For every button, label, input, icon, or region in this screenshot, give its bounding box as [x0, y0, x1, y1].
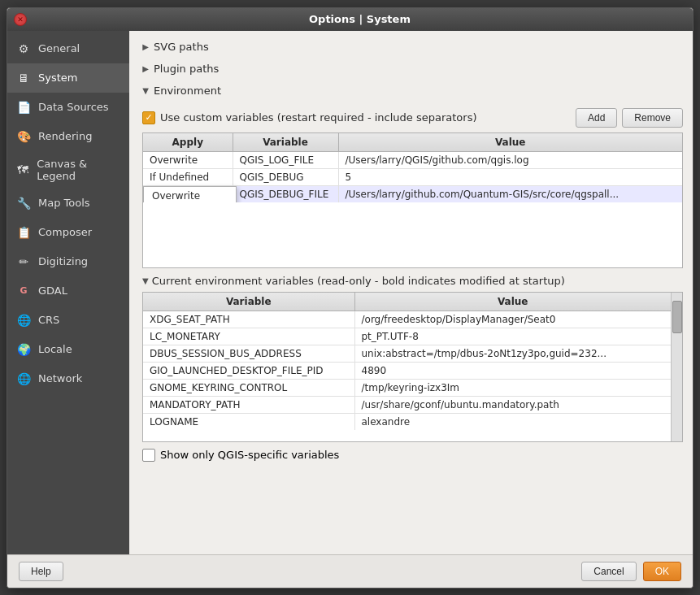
cur-var-0: XDG_SEAT_PATH	[143, 311, 354, 328]
table-row[interactable]: If Undefined QGIS_DEBUG 5	[143, 168, 682, 185]
tree-arrow-svg: ▶	[141, 41, 150, 51]
value-cell-1: 5	[338, 168, 682, 185]
rendering-icon: 🎨	[15, 128, 32, 145]
current-env-scrollbar[interactable]	[671, 293, 682, 441]
sidebar-item-map-tools[interactable]: 🔧 Map Tools	[7, 189, 129, 218]
tree-arrow-plugin: ▶	[141, 63, 150, 73]
sidebar-item-general[interactable]: ⚙ General	[7, 34, 129, 63]
current-env-arrow: ▼	[142, 276, 149, 285]
value-cell-0: /Users/larry/QGIS/github.com/qgis.log	[338, 151, 682, 168]
env-checkbox-label[interactable]: Use custom variables (restart required -…	[142, 111, 477, 124]
titlebar: Options | System	[7, 8, 693, 31]
sidebar-label-data-sources: Data Sources	[38, 101, 109, 113]
main-content: ⚙ General 🖥 System 📄 Data Sources 🎨 Rend…	[7, 31, 693, 554]
sidebar-label-digitizing: Digitizing	[38, 255, 88, 267]
env-table-scroll: Apply Variable Value Overwrite	[143, 133, 682, 202]
cur-table-row: GIO_LAUNCHED_DESKTOP_FILE_PID 4890	[143, 362, 671, 379]
cur-val-6: alexandre	[354, 413, 671, 430]
footer-right: Cancel OK	[581, 562, 681, 581]
sidebar-item-system[interactable]: 🖥 System	[7, 63, 129, 93]
show-only-label: Show only QGIS-specific variables	[160, 449, 339, 461]
remove-button[interactable]: Remove	[622, 108, 683, 128]
sidebar-item-data-sources[interactable]: 📄 Data Sources	[7, 93, 129, 122]
cur-col-var: Variable	[143, 293, 354, 311]
cur-var-6: LOGNAME	[143, 413, 354, 430]
sidebar-label-canvas: Canvas & Legend	[37, 158, 121, 182]
env-table-with-scroll: Apply Variable Value Overwrite	[143, 133, 682, 202]
network-icon: 🌐	[15, 371, 32, 387]
help-button[interactable]: Help	[19, 562, 63, 581]
main-window: Options | System ⚙ General 🖥 System 📄 Da…	[7, 7, 693, 588]
cur-table-row: LC_MONETARY pt_PT.UTF-8	[143, 328, 671, 345]
apply-cell-1[interactable]: If Undefined	[143, 168, 233, 185]
sidebar-label-rendering: Rendering	[38, 130, 92, 142]
tree-item-plugin-paths[interactable]: ▶ Plugin paths	[139, 59, 683, 78]
ok-button[interactable]: OK	[643, 562, 681, 581]
system-icon: 🖥	[15, 70, 32, 86]
window-title: Options | System	[33, 13, 686, 25]
apply-value-0: Overwrite	[150, 154, 198, 166]
cur-val-0: /org/freedesktop/DisplayManager/Seat0	[354, 311, 671, 328]
cur-col-val: Value	[354, 293, 671, 311]
canvas-icon: 🗺	[15, 162, 30, 178]
cur-val-2: unix:abstract=/tmp/dbus-2oNt1zy3po,guid=…	[354, 345, 671, 362]
table-row[interactable]: Overwrite QGIS_LOG_FILE /Users/larry/QGI…	[143, 151, 682, 168]
cur-table-row: MANDATORY_PATH /usr/share/gconf/ubuntu.m…	[143, 396, 671, 413]
apply-cell-0[interactable]: Overwrite	[143, 151, 233, 168]
env-checkbox-text: Use custom variables (restart required -…	[160, 111, 477, 124]
current-env-table-container: Variable Value XDG_SEAT_PATH /org/freede…	[142, 292, 683, 442]
var-cell-0: QGIS_LOG_FILE	[233, 151, 338, 168]
env-header: Use custom variables (restart required -…	[142, 108, 683, 128]
sidebar-label-map-tools: Map Tools	[38, 197, 90, 209]
table-row[interactable]: Unset Overwrite If Undefined Unset Prepe…	[143, 185, 682, 202]
sidebar-item-digitizing[interactable]: ✏ Digitizing	[7, 247, 129, 276]
locale-icon: 🌍	[15, 341, 32, 358]
sidebar-item-rendering[interactable]: 🎨 Rendering	[7, 122, 129, 151]
data-sources-icon: 📄	[15, 99, 32, 115]
col-header-variable: Variable	[233, 133, 338, 152]
env-checkbox[interactable]	[142, 111, 155, 124]
cur-table-row: DBUS_SESSION_BUS_ADDRESS unix:abstract=/…	[143, 345, 671, 362]
cur-table-row: LOGNAME alexandre	[143, 413, 671, 430]
cur-val-1: pt_PT.UTF-8	[354, 328, 671, 345]
cancel-button[interactable]: Cancel	[581, 562, 636, 581]
env-table-container: Apply Variable Value Overwrite	[142, 132, 683, 268]
digitizing-icon: ✏	[15, 254, 32, 270]
apply-cell-2[interactable]: Unset Overwrite If Undefined Unset Prepe…	[143, 185, 233, 202]
tree-arrow-env: ▼	[141, 85, 150, 95]
environment-section: Use custom variables (restart required -…	[142, 103, 683, 462]
map-tools-icon: 🔧	[15, 195, 32, 211]
tree-item-svg-paths[interactable]: ▶ SVG paths	[139, 37, 683, 56]
sidebar-label-network: Network	[38, 372, 82, 384]
cur-table-row: XDG_SEAT_PATH /org/freedesktop/DisplayMa…	[143, 311, 671, 328]
sidebar-label-locale: Locale	[38, 343, 72, 355]
col-header-value: Value	[338, 133, 682, 152]
apply-dropdown[interactable]: Overwrite If Undefined Unset Prepend App…	[143, 186, 237, 202]
close-button[interactable]	[14, 13, 27, 26]
table-empty-space	[143, 202, 682, 267]
current-env-label: Current environment variables (read-only…	[152, 275, 565, 287]
sidebar-label-composer: Composer	[38, 226, 92, 238]
current-env-section-header[interactable]: ▼ Current environment variables (read-on…	[142, 273, 683, 289]
cur-val-5: /usr/share/gconf/ubuntu.mandatory.path	[354, 396, 671, 413]
cur-var-4: GNOME_KEYRING_CONTROL	[143, 379, 354, 396]
crs-icon: 🌐	[15, 312, 32, 328]
value-cell-2: /Users/larry/github.com/Quantum-GIS/src/…	[338, 185, 682, 202]
sidebar-label-general: General	[38, 42, 80, 54]
add-button[interactable]: Add	[576, 108, 617, 128]
sidebar-item-crs[interactable]: 🌐 CRS	[7, 306, 129, 335]
cur-var-5: MANDATORY_PATH	[143, 396, 354, 413]
cur-var-2: DBUS_SESSION_BUS_ADDRESS	[143, 345, 354, 362]
sidebar-item-composer[interactable]: 📋 Composer	[7, 218, 129, 247]
show-only-checkbox[interactable]	[142, 449, 155, 462]
sidebar-item-gdal[interactable]: G GDAL	[7, 276, 129, 306]
scrollbar-thumb[interactable]	[672, 301, 682, 333]
sidebar-item-canvas-legend[interactable]: 🗺 Canvas & Legend	[7, 151, 129, 189]
general-icon: ⚙	[15, 41, 32, 57]
sidebar-label-system: System	[38, 72, 77, 84]
sidebar-item-locale[interactable]: 🌍 Locale	[7, 335, 129, 364]
tree-label-plugin: Plugin paths	[154, 63, 219, 75]
sidebar-item-network[interactable]: 🌐 Network	[7, 364, 129, 393]
tree-item-environment[interactable]: ▼ Environment	[139, 81, 683, 100]
dropdown-item-overwrite[interactable]: Overwrite	[144, 187, 236, 202]
